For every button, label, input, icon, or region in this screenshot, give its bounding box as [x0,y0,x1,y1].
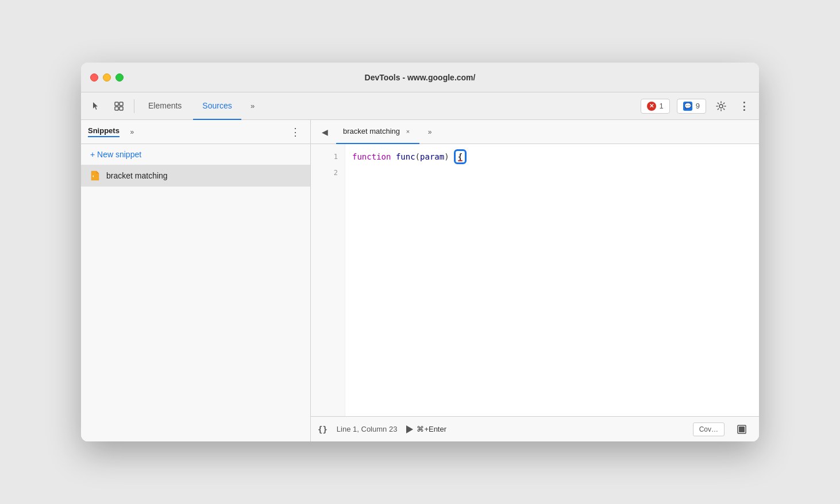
editor-tab-name: bracket matching [343,127,400,135]
keyword-function: function [352,149,391,165]
editor-tab-bracket-matching[interactable]: bracket matching × [336,120,419,144]
message-icon: 💬 [683,102,692,111]
line-number-2: 2 [311,165,338,181]
message-badge[interactable]: 💬 9 [677,99,706,114]
code-editor[interactable]: 1 2 function func ( param ) { [311,144,759,416]
layers-button[interactable] [731,419,752,440]
space-before-brace [449,149,454,165]
left-panel: Snippets » ⋮ + New snippet [81,120,311,441]
run-shortcut: ⌘+Enter [417,425,446,433]
devtools-window: DevTools - www.google.com/ Elements Sour… [81,63,759,441]
code-line-2 [352,165,752,181]
status-bar: {} Line 1, Column 23 ⌘+Enter Cov… [311,416,759,441]
minimize-button[interactable] [103,73,111,82]
svg-rect-1 [120,102,123,106]
message-count: 9 [696,102,700,110]
maximize-button[interactable] [115,73,124,82]
window-title: DevTools - www.google.com/ [365,73,476,82]
cursor-position[interactable]: Line 1, Column 23 [337,425,398,433]
panel-more-button[interactable]: » [124,124,140,140]
svg-rect-2 [115,107,118,110]
svg-rect-7 [739,427,745,432]
svg-point-4 [719,104,723,108]
snippet-name: bracket matching [106,171,168,180]
panel-title: Snippets [88,126,120,137]
line-numbers: 1 2 [311,144,345,416]
snippet-file-icon [90,170,101,181]
panel-header: Snippets » ⋮ [81,120,310,144]
opening-brace-highlighted: { [454,149,467,164]
close-button[interactable] [90,73,98,82]
new-snippet-button[interactable]: + New snippet [81,144,310,165]
code-line-1: function func ( param ) { [352,149,752,165]
svg-rect-3 [120,107,123,110]
paren-close: ) [444,149,449,165]
run-icon [406,425,413,433]
paren-open: ( [415,149,420,165]
collapse-panel-button[interactable]: ◀ [315,123,334,141]
braces-icon: {} [318,425,327,434]
tab-sources[interactable]: Sources [193,92,241,120]
status-right: Cov… [693,419,752,440]
editor-more-tabs-button[interactable]: » [422,124,438,140]
run-button[interactable]: ⌘+Enter [406,425,446,433]
func-name: func [396,149,415,165]
devtools-toolbar: Elements Sources » ✕ 1 💬 9 ⋮ [81,92,759,120]
snippet-item-bracket-matching[interactable]: bracket matching [81,165,310,187]
title-bar: DevTools - www.google.com/ [81,63,759,92]
traffic-lights [90,73,124,82]
tab-elements[interactable]: Elements [139,92,191,120]
editor-tab-close-button[interactable]: × [403,127,413,136]
settings-button[interactable] [711,96,731,117]
more-tabs-button[interactable]: » [244,97,262,115]
more-options-button[interactable]: ⋮ [734,96,754,117]
position-text: Line 1, Column 23 [337,425,398,433]
editor-tabs: ◀ bracket matching × » [311,120,759,144]
svg-rect-0 [115,102,118,106]
right-panel: ◀ bracket matching × » 1 2 functi [311,120,759,441]
toolbar-divider [134,99,134,113]
error-icon: ✕ [647,102,656,111]
new-snippet-label: + New snippet [90,150,141,159]
format-button[interactable]: {} [318,425,327,434]
error-count: 1 [660,102,664,110]
error-badge[interactable]: ✕ 1 [641,99,670,114]
line-number-1: 1 [311,149,338,165]
coverage-button[interactable]: Cov… [693,422,725,436]
main-content: Snippets » ⋮ + New snippet [81,120,759,441]
panel-menu-button[interactable]: ⋮ [287,124,303,140]
code-space [391,149,395,165]
cursor-icon[interactable] [86,96,106,117]
code-content[interactable]: function func ( param ) { [345,144,759,416]
inspect-icon[interactable] [109,96,129,117]
param-name: param [420,149,444,165]
